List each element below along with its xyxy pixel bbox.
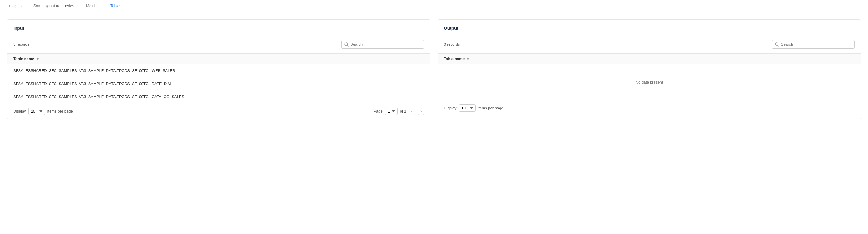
- input-items-per-page-label: items per page: [48, 109, 73, 113]
- svg-line-1: [347, 45, 348, 46]
- output-per-page-select[interactable]: 10 25 50 100: [459, 104, 475, 112]
- input-col-name-label: Table name ▼: [13, 57, 39, 61]
- output-search-wrapper[interactable]: [772, 40, 855, 48]
- input-next-page-button[interactable]: ›: [418, 107, 424, 115]
- output-display-label: Display: [444, 106, 457, 110]
- input-page-select[interactable]: 1: [385, 107, 398, 115]
- filter-icon[interactable]: ▼: [36, 57, 39, 61]
- input-prev-page-button[interactable]: ‹: [408, 107, 415, 115]
- output-records-row: 0 records: [438, 35, 861, 53]
- output-panel-title: Output: [438, 20, 861, 31]
- nav-item-tables[interactable]: Tables: [109, 0, 123, 12]
- top-navigation: Insights Same signature queries Metrics …: [0, 0, 868, 12]
- nav-item-insights[interactable]: Insights: [7, 0, 23, 12]
- output-pagination-footer: Display 10 25 50 100 items per page: [438, 100, 861, 116]
- input-table-body: SFSALESSHARED_SFC_SAMPLES_VA3_SAMPLE_DAT…: [7, 64, 430, 103]
- input-records-row: 3 records: [7, 35, 430, 53]
- main-content: Input 3 records Table name ▼ SFSALESSHAR…: [0, 12, 868, 127]
- table-row: SFSALESSHARED_SFC_SAMPLES_VA3_SAMPLE_DAT…: [7, 90, 430, 103]
- nav-item-same-signature[interactable]: Same signature queries: [32, 0, 75, 12]
- table-row: SFSALESSHARED_SFC_SAMPLES_VA3_SAMPLE_DAT…: [7, 77, 430, 90]
- table-row: SFSALESSHARED_SFC_SAMPLES_VA3_SAMPLE_DAT…: [7, 64, 430, 77]
- input-per-page-select[interactable]: 10 25 50 100: [28, 107, 45, 115]
- input-records-count: 3 records: [13, 42, 29, 46]
- filter-icon[interactable]: ▼: [467, 57, 470, 61]
- output-table-header: Table name ▼: [438, 53, 861, 64]
- input-of-label: of 1: [400, 109, 406, 113]
- input-table-header: Table name ▼: [7, 53, 430, 64]
- input-display-section: Display 10 25 50 100 items per page: [13, 107, 73, 115]
- input-panel: Input 3 records Table name ▼ SFSALESSHAR…: [7, 19, 430, 120]
- output-panel: Output 0 records Table name ▼ No data pr…: [438, 19, 861, 120]
- output-no-data-area: No data present: [438, 64, 861, 100]
- nav-item-metrics[interactable]: Metrics: [85, 0, 100, 12]
- output-records-count: 0 records: [444, 42, 460, 46]
- output-no-data-text: No data present: [630, 68, 669, 96]
- input-display-label: Display: [13, 109, 26, 113]
- input-search-input[interactable]: [350, 42, 421, 46]
- output-display-section: Display 10 25 50 100 items per page: [444, 104, 503, 112]
- input-page-label: Page: [374, 109, 382, 113]
- output-search-input[interactable]: [781, 42, 851, 46]
- search-icon: [775, 42, 779, 46]
- svg-line-3: [778, 45, 779, 46]
- search-icon: [344, 42, 349, 46]
- input-search-wrapper[interactable]: [341, 40, 424, 48]
- input-page-section: Page 1 of 1 ‹ ›: [374, 107, 424, 115]
- output-items-per-page-label: items per page: [478, 106, 503, 110]
- output-col-name-label: Table name ▼: [444, 57, 470, 61]
- input-pagination-footer: Display 10 25 50 100 items per page Page…: [7, 103, 430, 119]
- input-panel-title: Input: [7, 20, 430, 31]
